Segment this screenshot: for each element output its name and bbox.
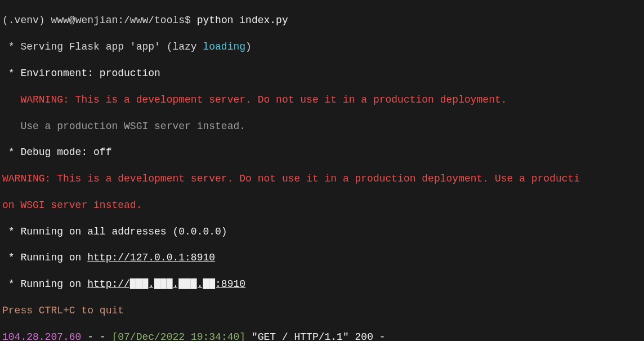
timestamp: [07/Dec/2022 19:34:40] (111, 331, 245, 341)
warning-line: on WSGI server instead. (2, 199, 642, 212)
url-link[interactable]: http://███.███.███.██:8910 (87, 278, 245, 290)
request: "GET / HTTP/1.1" 200 - (245, 331, 385, 341)
log-line: * Running on http://███.███.███.██:8910 (2, 278, 642, 291)
log-line: * Serving Flask app 'app' (lazy loading) (2, 41, 642, 54)
text: ) (245, 41, 252, 52)
log-line: * Running on http://127.0.0.1:8910 (2, 251, 642, 264)
request-log-line: 104.28.207.60 - - [07/Dec/2022 19:34:40]… (2, 331, 642, 341)
client-ip: 104.28.207.60 (2, 331, 81, 341)
separator: - - (81, 331, 111, 341)
request-log: 104.28.207.60 - - [07/Dec/2022 19:34:40]… (2, 331, 642, 341)
command: python index.py (197, 15, 288, 26)
warning-line: Use a production WSGI server instead. (2, 120, 642, 133)
loading-word: loading (203, 41, 245, 52)
url-link[interactable]: http://127.0.0.1:8910 (87, 252, 215, 263)
warning-line: WARNING: This is a development server. D… (2, 172, 642, 185)
venv-label: (.venv) (2, 15, 51, 26)
ctrl-c-hint: Press CTRL+C to quit (2, 304, 642, 317)
text: * Running on (2, 252, 87, 263)
user-host: www@wenjian (51, 15, 118, 26)
log-line: * Environment: production (2, 67, 642, 80)
warning-line: WARNING: This is a development server. D… (2, 94, 642, 107)
text: * Serving Flask app 'app' (lazy (2, 41, 203, 52)
text: * Running on (2, 278, 87, 290)
terminal-output[interactable]: (.venv) www@wenjian:/www/tools$ python i… (0, 0, 644, 341)
dollar: $ (185, 15, 197, 26)
path: :/www/tools (118, 15, 185, 26)
log-line: * Running on all addresses (0.0.0.0) (2, 225, 642, 238)
prompt-line: (.venv) www@wenjian:/www/tools$ python i… (2, 14, 642, 27)
log-line: * Debug mode: off (2, 146, 642, 159)
